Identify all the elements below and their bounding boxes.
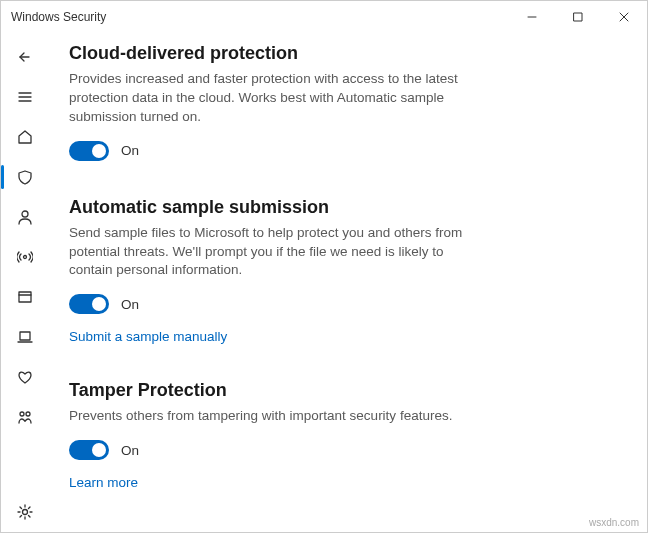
toggle-state-label: On: [121, 297, 139, 312]
sample-submission-toggle[interactable]: [69, 294, 109, 314]
maximize-icon: [573, 12, 583, 22]
menu-button[interactable]: [5, 77, 45, 117]
watermark: wsxdn.com: [589, 517, 639, 528]
tamper-protection-section: Tamper Protection Prevents others from t…: [69, 380, 607, 490]
sidebar-item-account-protection[interactable]: [5, 197, 45, 237]
tamper-protection-toggle[interactable]: [69, 440, 109, 460]
person-icon: [17, 209, 33, 225]
close-button[interactable]: [601, 1, 647, 33]
minimize-button[interactable]: [509, 1, 555, 33]
svg-rect-10: [19, 292, 31, 302]
titlebar: Windows Security: [1, 1, 647, 33]
automatic-sample-submission-section: Automatic sample submission Send sample …: [69, 197, 607, 345]
svg-point-16: [23, 510, 28, 515]
cloud-delivered-protection-section: Cloud-delivered protection Provides incr…: [69, 43, 607, 161]
section-title: Tamper Protection: [69, 380, 607, 401]
close-icon: [619, 12, 629, 22]
learn-more-link[interactable]: Learn more: [69, 475, 138, 490]
back-arrow-icon: [17, 49, 33, 65]
sidebar-item-firewall[interactable]: [5, 237, 45, 277]
cloud-protection-toggle[interactable]: [69, 141, 109, 161]
home-icon: [17, 129, 33, 145]
window-controls: [509, 1, 647, 33]
window-title: Windows Security: [11, 10, 106, 24]
toggle-state-label: On: [121, 143, 139, 158]
sidebar-item-virus-protection[interactable]: [5, 157, 45, 197]
svg-point-14: [20, 412, 24, 416]
svg-rect-12: [20, 332, 30, 340]
sidebar-item-device-security[interactable]: [5, 317, 45, 357]
laptop-icon: [17, 329, 33, 345]
sidebar-item-device-performance[interactable]: [5, 357, 45, 397]
toggle-row: On: [69, 440, 607, 460]
maximize-button[interactable]: [555, 1, 601, 33]
section-title: Cloud-delivered protection: [69, 43, 607, 64]
content-area[interactable]: Cloud-delivered protection Provides incr…: [49, 33, 647, 532]
toggle-row: On: [69, 294, 607, 314]
sidebar-item-settings[interactable]: [5, 492, 45, 532]
shield-icon: [17, 169, 33, 185]
svg-rect-1: [574, 13, 582, 21]
sidebar-item-family-options[interactable]: [5, 397, 45, 437]
gear-icon: [17, 504, 33, 520]
svg-point-8: [22, 211, 28, 217]
submit-sample-link[interactable]: Submit a sample manually: [69, 329, 227, 344]
svg-point-9: [24, 256, 27, 259]
app-window-icon: [17, 289, 33, 305]
sidebar: [1, 33, 49, 532]
network-icon: [17, 249, 33, 265]
app-body: Cloud-delivered protection Provides incr…: [1, 33, 647, 532]
app-window: Windows Security: [0, 0, 648, 533]
sidebar-item-app-browser[interactable]: [5, 277, 45, 317]
hamburger-icon: [17, 89, 33, 105]
section-description: Send sample files to Microsoft to help p…: [69, 224, 489, 281]
section-title: Automatic sample submission: [69, 197, 607, 218]
section-description: Prevents others from tampering with impo…: [69, 407, 489, 426]
svg-point-15: [26, 412, 30, 416]
family-icon: [17, 409, 33, 425]
section-description: Provides increased and faster protection…: [69, 70, 489, 127]
back-button[interactable]: [5, 37, 45, 77]
minimize-icon: [527, 12, 537, 22]
sidebar-item-home[interactable]: [5, 117, 45, 157]
heart-icon: [17, 369, 33, 385]
toggle-row: On: [69, 141, 607, 161]
toggle-state-label: On: [121, 443, 139, 458]
